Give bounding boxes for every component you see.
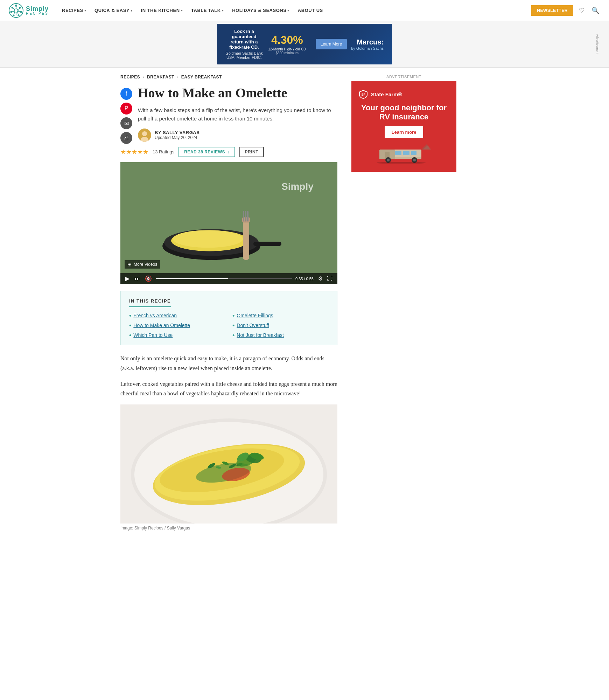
in-recipe-item-3: How to Make an Omelette xyxy=(129,323,225,329)
in-recipe-grid: French vs American Omelette Fillings How… xyxy=(129,313,329,339)
newsletter-button[interactable]: NEWSLETTER xyxy=(531,5,573,16)
mute-button[interactable]: 🔇 xyxy=(144,275,153,282)
ad-marcus-title: Marcus: xyxy=(357,38,384,46)
sidebar-ad-label: Advertisement xyxy=(351,75,456,79)
in-recipe-item-4: Don't Overstuff xyxy=(232,323,329,329)
in-recipe-link-3[interactable]: How to Make an Omelette xyxy=(133,323,190,328)
favorites-icon[interactable]: ♡ xyxy=(578,5,586,16)
in-recipe-link-6[interactable]: Not Just for Breakfast xyxy=(237,332,284,338)
in-recipe-link-1[interactable]: French vs American xyxy=(133,313,177,318)
read-reviews-button[interactable]: READ 38 REVIEWS ↓ xyxy=(178,147,235,157)
sidebar-column: Advertisement SF State Farm® Your good n… xyxy=(351,75,456,534)
video-controls: ▶ ⏭ 🔇 0:35 / 0:55 ⚙ ⛶ xyxy=(120,273,337,284)
in-recipe-link-5[interactable]: Which Pan to Use xyxy=(133,332,173,338)
author-name: BY SALLY VARGAS xyxy=(155,130,200,135)
ratings-row: ★★★★★ 13 Ratings READ 38 REVIEWS ↓ PRINT xyxy=(120,147,337,157)
star-rating: ★★★★★ xyxy=(120,148,148,156)
breadcrumb-recipes[interactable]: RECIPES xyxy=(120,75,140,79)
ad-label-vert: Advertisement xyxy=(596,34,599,54)
author-info: BY SALLY VARGAS Updated May 20, 2024 xyxy=(155,130,200,140)
email-share-button[interactable]: ✉ xyxy=(120,117,132,129)
article-column: RECIPES › BREAKFAST › EASY BREAKFAST f P… xyxy=(120,75,337,534)
nav-about-us[interactable]: ABOUT US xyxy=(294,6,327,15)
body-paragraph-1: Not only is an omelette quick and easy t… xyxy=(120,354,337,373)
svg-point-62 xyxy=(377,162,426,164)
main-nav: Simply RECIPES RECIPES▾ QUICK & EASY▾ IN… xyxy=(0,0,609,21)
svg-point-18 xyxy=(142,131,147,136)
ratings-count: 13 Ratings xyxy=(153,149,174,154)
logo-icon xyxy=(8,3,24,18)
print-button[interactable]: PRINT xyxy=(239,147,264,157)
pinterest-share-button[interactable]: P xyxy=(120,103,132,115)
svg-text:SF: SF xyxy=(361,93,365,96)
sidebar-ad-headline: Your good neighbor for RV insurance xyxy=(358,103,449,122)
svg-rect-27 xyxy=(243,218,249,260)
grid-icon: ⊞ xyxy=(127,262,132,267)
ad-marcus-sub: by Goldman Sachs xyxy=(351,46,384,50)
svg-rect-55 xyxy=(403,151,410,155)
breadcrumb-sep-1: › xyxy=(143,75,144,79)
nav-recipes[interactable]: RECIPES▾ xyxy=(58,6,90,15)
title-area: f P ✉ 🖨 How to Make an Omelette With a f… xyxy=(120,85,337,162)
statefarm-shield-icon: SF xyxy=(358,89,368,99)
breadcrumb-breakfast[interactable]: BREAKFAST xyxy=(147,75,174,79)
nav-right: NEWSLETTER ♡ 🔍 xyxy=(531,5,601,16)
rv-illustration-icon xyxy=(376,143,432,164)
svg-point-8 xyxy=(14,9,18,12)
video-ctrl-right: ⚙ ⛶ xyxy=(317,275,333,282)
svg-point-61 xyxy=(413,159,416,161)
svg-rect-30 xyxy=(245,211,246,221)
play-button[interactable]: ▶ xyxy=(125,275,130,282)
svg-rect-56 xyxy=(411,151,416,155)
print-share-button[interactable]: 🖨 xyxy=(120,132,132,144)
breadcrumb-easy-breakfast[interactable]: EASY BREAKFAST xyxy=(181,75,222,79)
video-frame: Simply ⊞ More Videos xyxy=(120,162,337,284)
video-progress-fill xyxy=(156,278,228,279)
svg-rect-54 xyxy=(395,151,401,155)
article-title: How to Make an Omelette xyxy=(120,85,337,101)
svg-rect-26 xyxy=(253,242,281,246)
breadcrumb-sep-2: › xyxy=(177,75,178,79)
sidebar-sticky: Advertisement SF State Farm® Your good n… xyxy=(351,75,456,172)
in-recipe-item-6: Not Just for Breakfast xyxy=(232,332,329,339)
in-recipe-box: IN THIS RECIPE French vs American Omelet… xyxy=(120,291,337,345)
video-progress-bar[interactable] xyxy=(156,278,292,279)
article-subtitle: With a few basic steps and a flip of the… xyxy=(120,106,337,123)
in-recipe-link-4[interactable]: Don't Overstuff xyxy=(237,323,269,328)
main-container: RECIPES › BREAKFAST › EASY BREAKFAST f P… xyxy=(112,68,497,541)
facebook-share-button[interactable]: f xyxy=(120,88,132,100)
breadcrumb: RECIPES › BREAKFAST › EASY BREAKFAST xyxy=(120,75,337,79)
ad-sub: Goldman Sachs Bank USA. Member FDIC. xyxy=(225,51,263,60)
video-more-videos[interactable]: ⊞ More Videos xyxy=(125,260,160,269)
video-player: Simply ⊞ More Videos ▶ ⏭ 🔇 0:35 / 0:55 xyxy=(120,162,337,284)
logo-simply: Simply xyxy=(26,6,49,12)
article-image xyxy=(120,404,337,524)
updated-date: Updated May 20, 2024 xyxy=(155,135,200,140)
site-logo[interactable]: Simply RECIPES xyxy=(8,3,49,18)
article-image-container: Image: Simply Recipes / Sally Vargas xyxy=(120,404,337,531)
svg-point-59 xyxy=(387,159,390,161)
in-recipe-title: IN THIS RECIPE xyxy=(129,298,171,307)
article-body: Not only is an omelette quick and easy t… xyxy=(120,354,337,398)
body-paragraph-2: Leftover, cooked vegetables paired with … xyxy=(120,379,337,398)
nav-holidays-seasons[interactable]: HOLIDAYS & SEASONS▾ xyxy=(229,6,293,15)
fullscreen-button[interactable]: ⛶ xyxy=(326,275,333,282)
svg-text:Simply: Simply xyxy=(281,181,314,192)
ad-learn-btn[interactable]: Learn More xyxy=(316,39,347,49)
in-recipe-item-5: Which Pan to Use xyxy=(129,332,225,339)
search-icon[interactable]: 🔍 xyxy=(590,5,601,16)
settings-button[interactable]: ⚙ xyxy=(317,275,323,282)
sidebar-ad-cta-button[interactable]: Learn more xyxy=(385,126,424,138)
ad-rate: 4.30% xyxy=(271,34,303,47)
logo-recipes: RECIPES xyxy=(26,12,49,15)
nav-table-talk[interactable]: TABLE TALK▾ xyxy=(188,6,227,15)
image-caption: Image: Simply Recipes / Sally Vargas xyxy=(120,526,337,531)
nav-quick-easy[interactable]: QUICK & EASY▾ xyxy=(91,6,136,15)
in-recipe-item-1: French vs American xyxy=(129,313,225,319)
svg-line-11 xyxy=(12,8,15,9)
skip-button[interactable]: ⏭ xyxy=(134,276,141,282)
svg-rect-29 xyxy=(243,211,244,221)
nav-in-the-kitchen[interactable]: IN THE KITCHEN▾ xyxy=(138,6,187,15)
in-recipe-item-2: Omelette Fillings xyxy=(232,313,329,319)
in-recipe-link-2[interactable]: Omelette Fillings xyxy=(237,313,273,318)
